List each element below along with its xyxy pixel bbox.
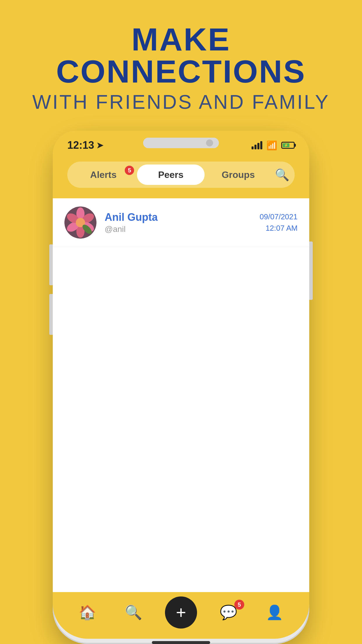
tab-groups[interactable]: Groups: [205, 164, 272, 185]
home-indicator: [152, 641, 210, 644]
headline-make: MAKE: [32, 23, 330, 55]
contact-list-item[interactable]: Anil Gupta @anil 09/07/2021 12:07 AM: [53, 198, 309, 247]
battery-icon: ⚡: [281, 142, 295, 149]
tab-peers[interactable]: Peers: [137, 164, 204, 185]
search-tab-button[interactable]: 🔍: [272, 168, 292, 182]
profile-icon: 👤: [266, 604, 283, 621]
contact-name: Anil Gupta: [105, 211, 252, 223]
time-text: 12:13: [67, 139, 94, 151]
location-icon: ➤: [96, 141, 103, 150]
search-icon: 🔍: [275, 168, 289, 182]
chat-badge: 5: [234, 600, 244, 610]
avatar: [64, 206, 96, 239]
search-nav-icon: 🔍: [125, 604, 142, 621]
battery-fill: ⚡: [283, 143, 289, 147]
signal-icon: [252, 141, 262, 149]
contact-handle: @anil: [105, 225, 252, 234]
nav-chat-button[interactable]: 💬 5: [214, 601, 243, 624]
contact-time-value: 12:07 AM: [260, 223, 298, 234]
signal-bar-1: [252, 146, 254, 149]
add-icon: +: [176, 604, 186, 621]
contact-date-value: 09/07/2021: [260, 211, 298, 223]
avatar-image: [64, 206, 96, 239]
wifi-icon: 📶: [266, 140, 277, 150]
headline-connections: CONNECTIONS: [32, 55, 330, 88]
home-icon: 🏠: [79, 604, 96, 621]
contact-info: Anil Gupta @anil: [105, 211, 252, 234]
side-volume-up: [49, 244, 53, 285]
side-power-button: [309, 242, 313, 300]
signal-bar-4: [260, 141, 262, 149]
contact-date: 09/07/2021 12:07 AM: [260, 211, 298, 234]
bottom-nav: 🏠 🔍 + 💬 5 👤: [53, 592, 309, 639]
side-volume-down: [49, 294, 53, 335]
screen-content: Anil Gupta @anil 09/07/2021 12:07 AM: [53, 198, 309, 592]
nav-profile-button[interactable]: 👤: [260, 601, 289, 624]
status-time: 12:13 ➤: [67, 139, 103, 151]
notch: [143, 138, 219, 148]
status-icons: 📶 ⚡: [252, 140, 295, 150]
signal-bar-2: [254, 145, 256, 149]
tab-peers-label: Peers: [158, 169, 183, 180]
phone-frame: 12:13 ➤ 📶 ⚡: [53, 131, 309, 644]
page-wrapper: MAKE CONNECTIONS WITH FRIENDS AND FAMILY…: [0, 0, 362, 644]
nav-add-button[interactable]: +: [165, 596, 197, 629]
tab-bar: Alerts 5 Peers Groups 🔍: [67, 162, 295, 188]
alerts-badge: 5: [125, 166, 134, 175]
nav-home-button[interactable]: 🏠: [73, 601, 102, 624]
tab-groups-label: Groups: [222, 169, 255, 180]
tab-alerts[interactable]: Alerts 5: [70, 164, 137, 185]
tab-navigation: Alerts 5 Peers Groups 🔍: [53, 154, 309, 198]
battery-bolt-icon: ⚡: [284, 144, 288, 147]
camera-dot: [206, 139, 213, 146]
tab-alerts-label: Alerts: [90, 169, 117, 180]
headline-sub: WITH FRIENDS AND FAMILY: [32, 90, 330, 113]
signal-bar-3: [257, 143, 259, 149]
headline-area: MAKE CONNECTIONS WITH FRIENDS AND FAMILY: [32, 23, 330, 113]
nav-search-button[interactable]: 🔍: [119, 601, 148, 624]
